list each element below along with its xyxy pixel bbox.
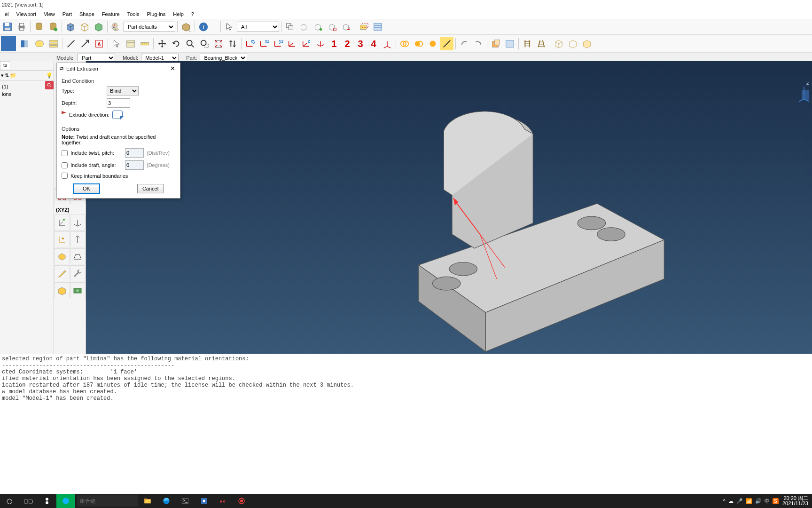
light-icon[interactable]: [440, 37, 453, 50]
app-red-icon[interactable]: v✕: [213, 494, 232, 508]
cube-green-icon[interactable]: [92, 20, 105, 33]
arrow-icon[interactable]: [78, 37, 92, 50]
zoom-box-icon[interactable]: [198, 37, 211, 50]
draft-checkbox[interactable]: [62, 162, 68, 168]
ruler-icon[interactable]: [138, 37, 151, 50]
select-box-icon[interactable]: [297, 20, 311, 33]
terminal-icon[interactable]: >_: [176, 494, 195, 508]
view-3-button[interactable]: 3: [354, 39, 367, 49]
view-4-button[interactable]: 4: [367, 39, 380, 49]
render-list-icon[interactable]: [47, 37, 60, 50]
view-xz-icon[interactable]: xz: [258, 37, 271, 50]
tree-btn-2[interactable]: ⇅: [5, 72, 9, 79]
message-log[interactable]: selected region of part "Limina" has the…: [0, 354, 812, 494]
pick-icon[interactable]: [110, 37, 123, 50]
tree-btn-3[interactable]: 📁: [10, 72, 16, 79]
render-half-icon[interactable]: [17, 36, 32, 51]
panel1-icon[interactable]: [489, 37, 502, 50]
tool-csys-icon[interactable]: [54, 214, 70, 230]
taskbar-search[interactable]: [77, 495, 138, 507]
print-icon[interactable]: [15, 20, 28, 33]
tool-box-icon[interactable]: [54, 282, 70, 298]
clock-date[interactable]: 2021/11/23: [782, 501, 808, 506]
tool-axis-icon[interactable]: [70, 214, 86, 230]
wire1-icon[interactable]: [552, 37, 565, 50]
tool-extrude-icon[interactable]: [54, 248, 70, 264]
rotate-icon[interactable]: [170, 37, 183, 50]
line-icon[interactable]: [64, 37, 78, 50]
wire3-icon[interactable]: [580, 37, 593, 50]
save-icon[interactable]: [1, 20, 14, 33]
model-select[interactable]: Model-1: [141, 54, 179, 62]
close-icon[interactable]: ✕: [168, 65, 177, 72]
cube-wire-icon[interactable]: [78, 20, 91, 33]
menu-shape[interactable]: Shape: [77, 10, 97, 18]
menu-file[interactable]: el: [2, 10, 12, 18]
panel2-icon[interactable]: [503, 37, 516, 50]
db-icon[interactable]: [32, 20, 46, 33]
menu-about[interactable]: ?: [188, 10, 197, 18]
view-flip1-icon[interactable]: [286, 37, 299, 50]
task-view-icon[interactable]: ▢▢: [19, 494, 38, 508]
tool-wrench-icon[interactable]: [70, 265, 86, 281]
tree-item-1[interactable]: (1): [2, 83, 52, 90]
menu-feature[interactable]: Feature: [99, 10, 123, 18]
wire2-icon[interactable]: [566, 37, 579, 50]
circle3-icon[interactable]: [426, 37, 439, 50]
part-defaults-select[interactable]: Part defaults: [124, 22, 175, 32]
edge-old-icon[interactable]: [56, 494, 75, 508]
select-face-icon[interactable]: [312, 20, 325, 33]
flip-direction-icon[interactable]: [112, 111, 123, 119]
cycle-icon[interactable]: [226, 37, 239, 50]
tool-money-icon[interactable]: [70, 282, 86, 298]
text-icon[interactable]: A: [93, 37, 106, 50]
box-dropdown-icon[interactable]: [180, 20, 193, 33]
tool-datum-pt2-icon[interactable]: [70, 231, 86, 247]
menu-tools[interactable]: Tools: [125, 10, 142, 18]
view-yz-icon[interactable]: yz: [272, 37, 285, 50]
view-iso-icon[interactable]: [314, 37, 327, 50]
csys-icon[interactable]: [381, 37, 394, 50]
selection-scope-select[interactable]: All: [237, 22, 279, 32]
cube-shaded-icon[interactable]: [64, 20, 77, 33]
viewport[interactable]: Z X Y z: [86, 61, 812, 400]
tree-tab[interactable]: ts: [0, 61, 10, 70]
keep-boundaries-checkbox[interactable]: [62, 173, 68, 179]
cursor-icon[interactable]: [223, 20, 236, 33]
tree-item-2[interactable]: ions: [2, 90, 52, 98]
part-select[interactable]: Bearing_Block: [200, 54, 247, 62]
tool-edit-icon[interactable]: [54, 265, 70, 281]
start-icon[interactable]: ◯: [0, 494, 19, 508]
type-select[interactable]: Blind: [107, 86, 139, 95]
abaqus-icon[interactable]: [195, 494, 213, 508]
view-flip2-icon[interactable]: z: [300, 37, 313, 50]
menu-help[interactable]: Help: [170, 10, 187, 18]
twist-input[interactable]: [125, 148, 144, 158]
explorer-icon[interactable]: [138, 494, 157, 508]
select-angle-icon[interactable]: [340, 20, 353, 33]
select-rect-icon[interactable]: [283, 20, 297, 33]
search-icon[interactable]: [45, 81, 54, 89]
rail1-icon[interactable]: [521, 37, 534, 50]
tool-datum-pt-icon[interactable]: [54, 231, 70, 247]
ok-button[interactable]: OK: [73, 184, 100, 193]
fit-icon[interactable]: [212, 37, 225, 50]
edge-icon[interactable]: [157, 494, 176, 508]
datum-toggle-icon[interactable]: [357, 20, 370, 33]
redo-arc-icon[interactable]: [472, 37, 485, 50]
undo-arc-icon[interactable]: [458, 37, 471, 50]
render-mesh-icon[interactable]: [33, 37, 46, 50]
pan-icon[interactable]: [156, 37, 169, 50]
app1-icon[interactable]: [38, 494, 56, 508]
menu-part[interactable]: Part: [60, 10, 75, 18]
tray-icons[interactable]: ^ ☁ 🎤 📶 🔊 中 S: [723, 498, 779, 504]
render-shaded-icon[interactable]: [1, 36, 16, 51]
menu-plugins[interactable]: Plug-ins: [144, 10, 168, 18]
cancel-button[interactable]: Cancel: [137, 184, 164, 193]
bulb-icon[interactable]: 💡: [46, 72, 53, 79]
palette-icon[interactable]: [109, 20, 123, 33]
tool-sweep-icon[interactable]: [70, 248, 86, 264]
zoom-icon[interactable]: [184, 37, 197, 50]
circle2-icon[interactable]: [412, 37, 425, 50]
menu-view[interactable]: View: [41, 10, 58, 18]
